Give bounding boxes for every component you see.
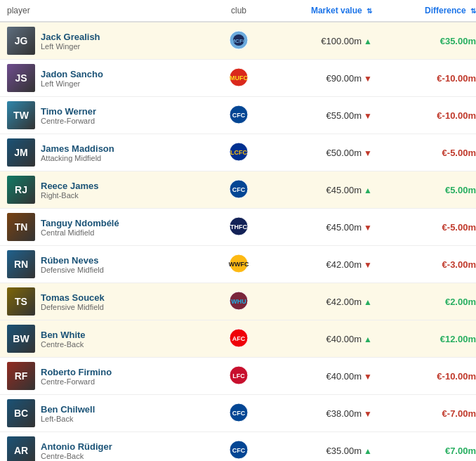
svg-text:CFC: CFC	[232, 447, 246, 454]
player-name[interactable]: Timo Werner	[41, 106, 96, 117]
market-value-cell: €55.00m▼	[274, 110, 386, 121]
player-cell: TS Tomas Soucek Defensive Midfield	[7, 287, 204, 316]
market-value-cell: €100.00m▲	[274, 36, 386, 46]
avatar-image: TS	[7, 287, 35, 316]
avatar: TN	[7, 213, 35, 241]
market-value-cell: €50.00m▼	[274, 148, 386, 158]
svg-text:CFC: CFC	[232, 410, 246, 417]
player-name[interactable]: James Maddison	[41, 143, 114, 154]
avatar-image: JM	[7, 138, 35, 167]
market-value-cell: €45.00m▼	[274, 222, 386, 233]
svg-text:THFC: THFC	[230, 223, 247, 230]
table-row: AR Antonio Rüdiger Centre-Back CFC €35.0…	[0, 432, 476, 461]
player-info: Rúben Neves Defensive Midfield	[41, 255, 104, 274]
player-name[interactable]: Roberto Firmino	[41, 367, 112, 377]
table-row: RN Rúben Neves Defensive Midfield WWFC €…	[0, 246, 476, 283]
arrow-up-icon: ▲	[364, 335, 372, 344]
player-position: Attacking Midfield	[41, 154, 114, 162]
club-cell: MCFC	[204, 30, 274, 52]
arrow-down-icon: ▼	[364, 409, 372, 419]
avatar: BC	[7, 399, 35, 427]
avatar: TW	[7, 101, 35, 129]
table-row: TS Tomas Soucek Defensive Midfield WHU €…	[0, 283, 476, 320]
player-position: Centre-Back	[41, 340, 86, 349]
player-cell: RF Roberto Firmino Centre-Forward	[7, 362, 204, 390]
table-row: RF Roberto Firmino Centre-Forward LFC €4…	[0, 358, 476, 395]
club-cell: CFC	[204, 403, 274, 424]
club-badge-spurs: THFC	[229, 216, 249, 236]
avatar-image: TW	[7, 101, 35, 129]
player-name[interactable]: Ben Chilwell	[41, 404, 95, 415]
player-name[interactable]: Jack Grealish	[41, 32, 100, 42]
club-cell: CFC	[204, 105, 274, 126]
difference-cell: €-5.00m	[386, 222, 476, 233]
header-market-value[interactable]: Market value ⇅	[274, 6, 386, 15]
market-value-cell: €40.00m▼	[274, 371, 386, 382]
player-position: Central Midfield	[41, 228, 119, 237]
market-value-cell: €42.00m▼	[274, 259, 386, 270]
club-cell: AFC	[204, 328, 274, 350]
avatar-image: RN	[7, 250, 35, 278]
avatar: TS	[7, 287, 35, 316]
avatar: RN	[7, 250, 35, 278]
difference-cell: €35.00m	[386, 36, 476, 46]
svg-text:LCFC: LCFC	[230, 149, 247, 156]
club-badge-man-city: MCFC	[229, 30, 249, 50]
player-name[interactable]: Tanguy Ndombélé	[41, 218, 119, 228]
market-value-cell: €42.00m▲	[274, 297, 386, 307]
svg-text:CFC: CFC	[232, 186, 246, 193]
avatar-image: RF	[7, 362, 35, 390]
avatar: JM	[7, 138, 35, 167]
player-cell: JS Jadon Sancho Left Winger	[7, 64, 204, 92]
table-row: TW Timo Werner Centre-Forward CFC €55.00…	[0, 97, 476, 134]
club-badge-chelsea: CFC	[229, 403, 249, 422]
player-name[interactable]: Reece James	[41, 181, 98, 191]
table-row: TN Tanguy Ndombélé Central Midfield THFC…	[0, 209, 476, 246]
player-position: Centre-Forward	[41, 117, 96, 125]
player-position: Left Winger	[41, 79, 103, 88]
club-cell: WHU	[204, 291, 274, 313]
header-difference[interactable]: Difference ⇅	[386, 6, 476, 15]
player-cell: JM James Maddison Attacking Midfield	[7, 138, 204, 167]
player-position: Defensive Midfield	[41, 303, 105, 311]
table-row: BW Ben White Centre-Back AFC €40.00m▲ €1…	[0, 320, 476, 358]
player-position: Left Winger	[41, 42, 100, 51]
arrow-up-icon: ▲	[364, 186, 372, 195]
sort-icon-market: ⇅	[366, 7, 372, 15]
table-row: RJ Reece James Right-Back CFC €45.00m▲ €…	[0, 171, 476, 209]
difference-cell: €5.00m	[386, 185, 476, 195]
player-name[interactable]: Rúben Neves	[41, 255, 104, 266]
player-position: Left-Back	[41, 415, 95, 423]
avatar: RF	[7, 362, 35, 390]
difference-cell: €12.00m	[386, 334, 476, 344]
table-header: player club Market value ⇅ Difference ⇅	[0, 0, 476, 22]
player-name[interactable]: Antonio Rüdiger	[41, 441, 112, 452]
club-cell: THFC	[204, 216, 274, 238]
avatar: JG	[7, 27, 35, 55]
club-cell: CFC	[204, 179, 274, 201]
sort-icon-diff: ⇅	[470, 7, 476, 15]
club-badge-liverpool: LFC	[229, 365, 249, 385]
club-badge-chelsea: CFC	[229, 440, 249, 460]
player-info: Timo Werner Centre-Forward	[41, 106, 96, 125]
avatar-image: RJ	[7, 176, 35, 204]
player-cell: RN Rúben Neves Defensive Midfield	[7, 250, 204, 278]
difference-cell: €7.00m	[386, 446, 476, 456]
player-cell: JG Jack Grealish Left Winger	[7, 27, 204, 55]
arrow-down-icon: ▼	[364, 223, 372, 233]
svg-text:WHU: WHU	[231, 298, 246, 305]
player-name[interactable]: Jadon Sancho	[41, 69, 103, 79]
market-value-cell: €45.00m▲	[274, 185, 386, 195]
player-info: Tomas Soucek Defensive Midfield	[41, 292, 105, 311]
header-club: club	[204, 6, 274, 15]
players-table: player club Market value ⇅ Difference ⇅ …	[0, 0, 476, 461]
player-name[interactable]: Tomas Soucek	[41, 292, 105, 303]
avatar: RJ	[7, 176, 35, 204]
avatar-image: JS	[7, 64, 35, 92]
svg-text:CFC: CFC	[232, 112, 246, 119]
avatar-image: BC	[7, 399, 35, 427]
arrow-up-icon: ▲	[364, 37, 372, 46]
club-cell: MUFC	[204, 67, 274, 89]
player-name[interactable]: Ben White	[41, 330, 86, 340]
difference-cell: €-7.00m	[386, 408, 476, 419]
